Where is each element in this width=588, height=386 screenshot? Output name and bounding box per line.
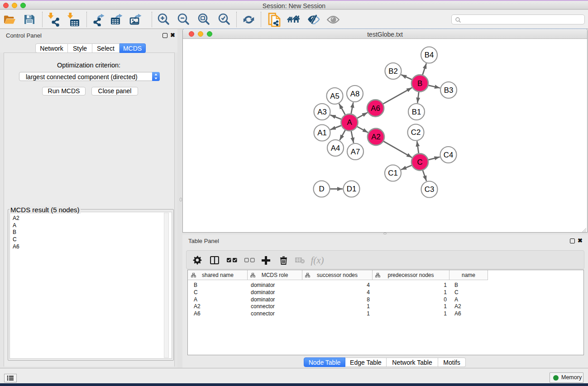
svg-text:A1: A1	[317, 129, 327, 137]
svg-text:A2: A2	[371, 133, 381, 141]
svg-text:C3: C3	[425, 185, 434, 194]
svg-text:C2: C2	[411, 128, 421, 137]
svg-text:A6: A6	[371, 104, 380, 113]
svg-text:D1: D1	[347, 185, 356, 193]
svg-text:A8: A8	[350, 90, 360, 98]
svg-text:B4: B4	[425, 51, 434, 59]
svg-text:B1: B1	[412, 108, 421, 116]
svg-text:A4: A4	[331, 144, 340, 152]
svg-text:A3: A3	[317, 108, 327, 116]
svg-text:D: D	[319, 185, 324, 193]
svg-text:B2: B2	[388, 67, 398, 76]
svg-text:B3: B3	[444, 86, 454, 95]
svg-text:A7: A7	[351, 148, 360, 156]
svg-text:C4: C4	[444, 151, 453, 159]
svg-text:A: A	[347, 118, 352, 127]
svg-text:B: B	[417, 79, 422, 88]
svg-text:C: C	[417, 158, 422, 167]
svg-text:C1: C1	[388, 169, 397, 177]
svg-text:A5: A5	[330, 92, 339, 100]
